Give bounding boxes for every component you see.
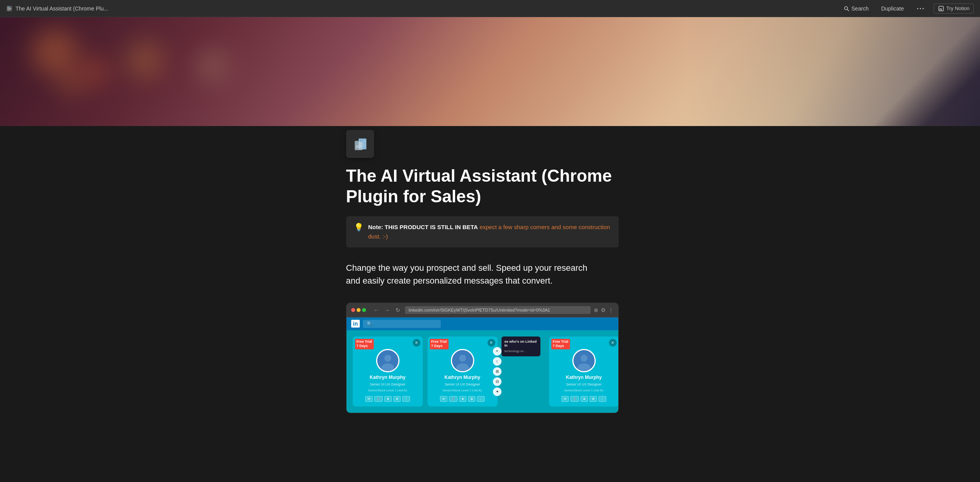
profile-card-3-company: Senior/Stock Level 1 Unit A1 <box>564 389 603 392</box>
hero-banner <box>0 17 980 126</box>
svg-rect-1 <box>7 7 10 7</box>
browser-forward-button[interactable]: → <box>383 306 392 314</box>
svg-rect-4 <box>7 10 10 11</box>
svg-rect-14 <box>363 140 366 141</box>
profile-card-1-name: Kathryn Murphy <box>369 375 405 380</box>
screenshot-container: ← → ↻ linkedin.com/in/r/StGKEyWT/jSvolnP… <box>346 303 619 413</box>
side-action-2[interactable]: ⊞ <box>493 367 501 376</box>
profile-card-1-close[interactable]: × <box>413 339 421 347</box>
side-action-close[interactable]: × <box>493 347 501 356</box>
profile-card-3-action-3[interactable]: ★ <box>581 396 588 402</box>
profile-card-3-actions: ✉ 🔗 ★ ⚙ ⋮ <box>561 396 606 402</box>
try-notion-button[interactable]: N Try Notion <box>934 4 974 14</box>
profile-card-1-actions: ✉ 🔗 ★ ⚙ ⋮ <box>365 396 410 402</box>
profile-card-3-close[interactable]: × <box>609 339 617 347</box>
side-action-3[interactable]: ⊟ <box>493 377 501 386</box>
profile-card-3-avatar <box>572 349 596 372</box>
side-action-1[interactable]: ↕ <box>493 357 501 366</box>
profile-card-2-avatar <box>451 349 474 372</box>
profile-card-1-action-4[interactable]: ⚙ <box>393 396 401 402</box>
svg-rect-3 <box>7 9 11 9</box>
description-line1: Change the way you prospect and sell. Sp… <box>346 263 588 273</box>
profile-card-3-role: Senior UI UX Designer <box>566 382 602 386</box>
page-icon-small <box>6 5 12 12</box>
profile-card-2-action-2[interactable]: 🔗 <box>449 396 457 402</box>
browser-window-controls <box>351 308 366 312</box>
page-icon-wrapper <box>346 130 665 158</box>
profile-card-3-wrapper: Free Trial7 Days × Kathryn Murphy Senior <box>549 337 619 407</box>
svg-point-28 <box>381 363 394 372</box>
browser-actions: ⊕ ⚙ ⋮ <box>594 307 614 313</box>
browser-chrome: ← → ↻ linkedin.com/in/r/StGKEyWT/jSvolnP… <box>347 303 618 317</box>
page-title: The AI Virtual Assistant (Chrome Plugin … <box>346 166 619 207</box>
linkedin-header: in 🔍 <box>347 317 618 330</box>
browser-refresh-button[interactable]: ↻ <box>394 306 402 314</box>
profile-card-2-action-3[interactable]: ★ <box>459 396 466 402</box>
profile-card-3-action-4[interactable]: ⚙ <box>589 396 597 402</box>
profile-card-1: Free Trial7 Days × Kathryn Murphy Senior… <box>353 337 423 407</box>
svg-rect-2 <box>7 8 11 9</box>
topbar-right: Search Duplicate N Try Notion <box>841 4 974 14</box>
linkedin-search-bar: 🔍 <box>363 320 614 328</box>
profile-card-3-name: Kathryn Murphy <box>566 375 602 380</box>
browser-url-bar[interactable]: linkedin.com/in/r/StGKEyWT/jSvolnPfETD7S… <box>405 306 591 314</box>
profile-card-2-name: Kathryn Murphy <box>444 375 480 380</box>
main-content: The AI Virtual Assistant (Chrome Plugin … <box>315 126 665 436</box>
beta-note-text: Note: THIS PRODUCT IS STILL IN BETA expe… <box>368 223 611 241</box>
svg-rect-23 <box>356 145 362 146</box>
profile-card-2-action-1[interactable]: ✉ <box>440 396 447 402</box>
profile-card-3-action-5[interactable]: ⋮ <box>598 396 606 402</box>
svg-point-27 <box>384 354 391 361</box>
search-icon <box>844 6 849 11</box>
browser-max-dot[interactable] <box>362 308 366 312</box>
more-menu-button[interactable] <box>913 4 927 13</box>
profile-card-1-role: Senior UI UX Designer <box>370 382 405 386</box>
profile-card-2-wrapper: Free Trial7 Days × Kathryn Murphy Senior <box>428 337 498 407</box>
profile-card-2-badge: Free Trial7 Days <box>430 339 449 349</box>
svg-line-6 <box>847 9 849 11</box>
svg-rect-24 <box>356 146 362 147</box>
topbar-title: The AI Virtual Assistant (Chrome Plu... <box>16 5 108 12</box>
profile-card-1-action-2[interactable]: 🔗 <box>374 396 383 402</box>
search-button[interactable]: Search <box>841 4 872 13</box>
description-line2: and easily create personalized messages … <box>346 276 553 286</box>
browser-close-dot[interactable] <box>351 308 355 312</box>
topbar: The AI Virtual Assistant (Chrome Plu... … <box>0 0 980 17</box>
profile-card-1-badge: Free Trial7 Days <box>355 339 374 349</box>
browser-settings-button[interactable]: ⚙ <box>601 307 606 313</box>
profile-card-1-action-3[interactable]: ★ <box>384 396 392 402</box>
hand-silhouette <box>392 17 980 126</box>
more-icon <box>917 5 924 12</box>
svg-point-31 <box>456 363 468 372</box>
profile-card-3-action-2[interactable]: 🔗 <box>570 396 579 402</box>
profile-card-1-company: Senior/Stock Level 1 Unit A1 <box>368 389 407 392</box>
newspaper-icon <box>352 135 369 152</box>
profile-card-2-actions: ✉ 🔗 ★ ⚙ ⋮ <box>440 396 485 402</box>
profile-card-1-action-5[interactable]: ⋮ <box>402 396 410 402</box>
browser-back-button[interactable]: ← <box>372 306 381 314</box>
profile-card-2: Free Trial7 Days × Kathryn Murphy Senior <box>428 337 498 407</box>
browser-nav: ← → ↻ <box>372 306 402 314</box>
profile-card-2-side-panel: ee who's on Linked In technology ex... <box>501 337 540 356</box>
svg-point-33 <box>581 354 588 361</box>
svg-rect-21 <box>359 142 362 143</box>
profile-card-1-action-1[interactable]: ✉ <box>365 396 373 402</box>
duplicate-label: Duplicate <box>881 5 904 12</box>
svg-point-34 <box>577 363 590 372</box>
profile-cards-area: Free Trial7 Days × Kathryn Murphy Senior… <box>347 330 618 413</box>
browser-min-dot[interactable] <box>357 308 361 312</box>
profile-card-2-action-4[interactable]: ⚙ <box>468 396 475 402</box>
browser-extensions-button[interactable]: ⊕ <box>594 307 598 313</box>
svg-rect-22 <box>359 144 362 144</box>
svg-point-30 <box>459 354 466 361</box>
linkedin-logo: in <box>351 320 360 328</box>
profile-card-2-action-5[interactable]: ⋮ <box>477 396 485 402</box>
duplicate-button[interactable]: Duplicate <box>878 4 907 13</box>
profile-card-3-action-1[interactable]: ✉ <box>561 396 569 402</box>
svg-point-5 <box>845 7 848 10</box>
description: Change the way you prospect and sell. Sp… <box>346 261 619 287</box>
beta-note-prefix: Note: THIS PRODUCT IS STILL IN BETA <box>368 224 478 230</box>
browser-more-button[interactable]: ⋮ <box>608 307 614 313</box>
side-action-4[interactable]: ✦ <box>493 387 501 396</box>
profile-card-2-close[interactable]: × <box>487 339 495 347</box>
